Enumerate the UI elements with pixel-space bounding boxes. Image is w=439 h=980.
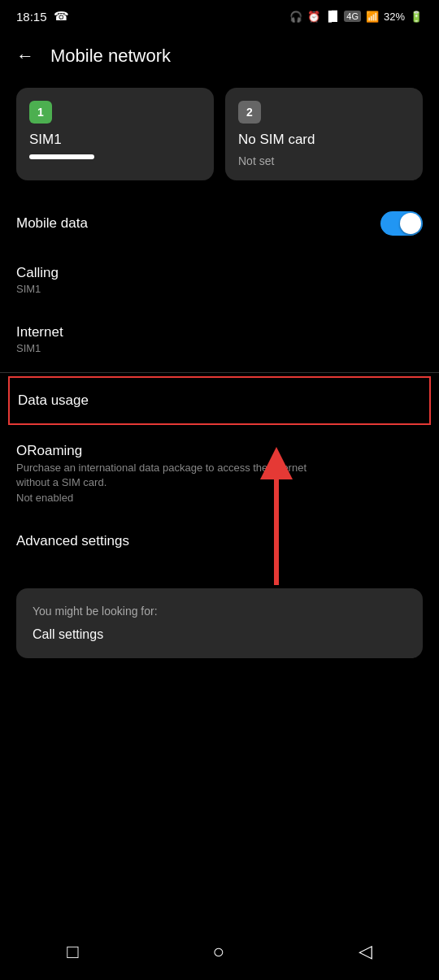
settings-list: Mobile data Calling SIM1 Internet SIM1 <box>0 197 439 369</box>
advanced-settings-title: Advanced settings <box>16 533 129 549</box>
mobile-data-title: Mobile data <box>16 215 88 232</box>
oroaming-description: Purchase an international data package t… <box>16 461 341 490</box>
signal-icon: ▐▊ <box>325 11 340 22</box>
sim2-name: No SIM card <box>238 132 410 148</box>
oroaming-status: Not enabled <box>16 492 73 504</box>
battery-icon: 🔋 <box>410 11 423 23</box>
phone-icon: ☎ <box>54 9 69 24</box>
sim1-name: SIM1 <box>29 132 201 148</box>
network-icon: 4G <box>344 11 361 22</box>
sim2-subtitle: Not set <box>238 154 410 167</box>
advanced-settings-item[interactable]: Advanced settings <box>16 518 423 564</box>
oroaming-item[interactable]: ORoaming Purchase an international data … <box>16 428 423 518</box>
internet-item[interactable]: Internet SIM1 <box>16 310 423 369</box>
headphones-icon: 🎧 <box>289 11 302 23</box>
alarm-icon: ⏰ <box>307 11 320 23</box>
nav-square-button[interactable]: □ <box>67 940 79 963</box>
status-bar-right: 🎧 ⏰ ▐▊ 4G 📶 32% 🔋 <box>289 11 423 23</box>
sim1-badge: 1 <box>29 101 52 124</box>
header: ← Mobile network <box>0 33 439 80</box>
battery-percent: 32% <box>384 11 405 23</box>
sim2-card[interactable]: 2 No SIM card Not set <box>225 88 423 180</box>
toggle-knob <box>400 213 421 234</box>
sim2-badge: 2 <box>238 101 261 124</box>
page-title: Mobile network <box>50 46 171 67</box>
time-display: 18:15 <box>16 10 47 24</box>
nav-bar: □ ○ ◁ <box>0 923 439 980</box>
internet-subtitle: SIM1 <box>16 342 63 354</box>
data-usage-item[interactable]: Data usage <box>8 376 431 425</box>
oroaming-title: ORoaming <box>16 443 82 459</box>
status-bar: 18:15 ☎ 🎧 ⏰ ▐▊ 4G 📶 32% 🔋 <box>0 0 439 33</box>
sim1-signal-bar <box>29 154 94 159</box>
calling-subtitle: SIM1 <box>16 283 59 295</box>
suggestion-header: You might be looking for: <box>33 605 406 618</box>
nav-home-button[interactable]: ○ <box>212 940 224 963</box>
data-usage-title: Data usage <box>18 392 89 409</box>
back-button[interactable]: ← <box>16 46 34 67</box>
divider <box>0 372 439 373</box>
status-bar-left: 18:15 ☎ <box>16 9 69 24</box>
calling-item[interactable]: Calling SIM1 <box>16 250 423 310</box>
suggestion-box: You might be looking for: Call settings <box>16 588 423 658</box>
sim1-card[interactable]: 1 SIM1 <box>16 88 214 180</box>
signal-bars-icon: 📶 <box>366 11 379 23</box>
nav-back-button[interactable]: ◁ <box>359 941 372 962</box>
call-settings-link[interactable]: Call settings <box>33 627 406 642</box>
calling-title: Calling <box>16 265 59 281</box>
mobile-data-toggle[interactable] <box>380 211 423 236</box>
internet-title: Internet <box>16 324 63 340</box>
mobile-data-item[interactable]: Mobile data <box>16 197 423 250</box>
sim-cards-row: 1 SIM1 2 No SIM card Not set <box>0 80 439 197</box>
